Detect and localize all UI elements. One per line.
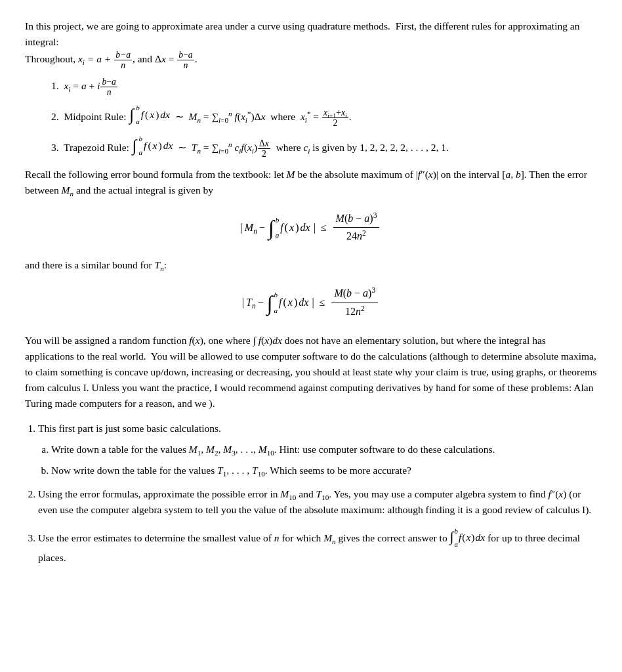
- problem-1a: Write down a table for the values M1, M2…: [51, 442, 597, 457]
- rule-item-2: 2. Midpoint Rule: ∫ba f(x)dx ∼ Mn = ∑i=0…: [51, 102, 597, 128]
- problem-3: Use the error estimates to determine the…: [38, 526, 597, 566]
- problem-2: Using the error formulas, approximate th…: [38, 486, 597, 518]
- rule-item-3: 3. Trapezoid Rule: ∫ba f(x)dx ∼ Tn = ∑i=…: [51, 133, 597, 159]
- intro-paragraph: In this project, we are going to approxi…: [25, 18, 597, 70]
- formula-xi: xi = a + b−an: [78, 53, 133, 64]
- document-content: In this project, we are going to approxi…: [25, 18, 597, 566]
- rules-list: 1. xi = a + ib−an 2. Midpoint Rule: ∫ba …: [41, 77, 597, 159]
- problem-list: This first part is just some basic calcu…: [38, 421, 597, 566]
- trapezoid-error-formula: |Tn − ∫ b a f(x)dx | ≤ M(b − a)3 12n2: [25, 285, 597, 321]
- problem-1: This first part is just some basic calcu…: [38, 421, 597, 478]
- assignment-paragraph: You will be assigned a random function f…: [25, 333, 597, 411]
- midpoint-error-formula: |Mn − ∫ b a f(x)dx | ≤ M(b − a)3 24n2: [25, 210, 597, 246]
- and-similar: and there is a similar bound for Tn:: [25, 257, 597, 273]
- error-bound-intro: Recall the following error bound formula…: [25, 167, 597, 198]
- and-text: and: [138, 53, 152, 64]
- problem-1b: Now write down the table for the values …: [51, 463, 597, 478]
- rule-item-1: 1. xi = a + ib−an: [51, 77, 597, 97]
